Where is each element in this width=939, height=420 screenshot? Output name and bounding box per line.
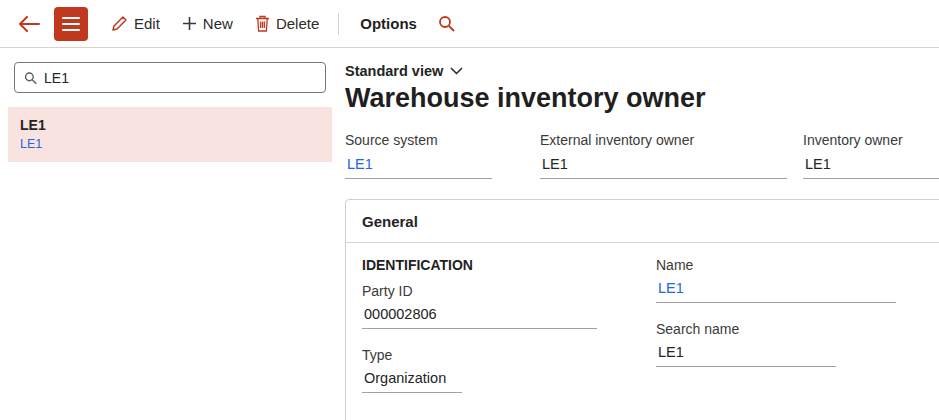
list-search-box [14,62,326,93]
field-value[interactable]: LE1 [345,155,492,179]
field-value[interactable]: 000002806 [362,305,597,329]
identification-column: IDENTIFICATION Party ID 000002806 Type O… [362,257,612,411]
field-label: Source system [345,132,492,148]
app-window: Edit New Delete Options [0,0,939,420]
plus-icon [182,16,197,31]
general-section-body: IDENTIFICATION Party ID 000002806 Type O… [346,243,939,420]
general-section: General IDENTIFICATION Party ID 00000280… [345,199,939,420]
edit-button[interactable]: Edit [100,9,171,38]
field-value[interactable]: LE1 [656,343,836,367]
back-button[interactable] [10,10,48,38]
field-value[interactable]: LE1 [540,155,787,179]
list-item-title: LE1 [20,117,320,133]
field-label: Party ID [362,283,612,299]
field-label: Type [362,347,612,363]
chevron-down-icon [450,67,463,75]
delete-button[interactable]: Delete [244,9,330,38]
arrow-left-icon [18,16,40,32]
hamburger-icon [62,17,80,19]
field-label: Search name [656,321,896,337]
delete-label: Delete [276,15,319,32]
field-value[interactable]: Organization [362,369,462,393]
record-list-panel: LE1 LE1 [8,55,332,420]
field-party-id: Party ID 000002806 [362,283,612,329]
toolbar-divider [338,13,339,35]
toolbar-search-button[interactable] [430,9,463,38]
edit-label: Edit [134,15,160,32]
command-bar: Edit New Delete Options [0,0,939,48]
search-icon [24,71,37,85]
new-label: New [203,15,233,32]
header-fields: Source system LE1 External inventory own… [345,132,939,179]
nav-menu-button[interactable] [54,7,88,41]
view-selector[interactable]: Standard view [345,63,463,79]
options-label: Options [360,15,417,32]
page-title: Warehouse inventory owner [345,83,939,114]
detail-pane: Standard view Warehouse inventory owner … [345,55,939,420]
name-column: Name LE1 Search name LE1 [656,257,896,411]
field-value[interactable]: LE1 [803,155,939,179]
search-input[interactable] [44,70,316,86]
options-button[interactable]: Options [347,9,430,38]
search-icon [438,15,455,32]
trash-icon [255,15,270,32]
view-selector-label: Standard view [345,63,443,79]
field-source-system: Source system LE1 [345,132,492,179]
field-inventory-owner: Inventory owner LE1 [803,132,939,179]
list-item[interactable]: LE1 LE1 [8,107,332,162]
group-title: IDENTIFICATION [362,257,612,273]
field-value[interactable]: LE1 [656,279,896,303]
general-section-header[interactable]: General [346,200,939,243]
field-label: Name [656,257,896,273]
list-item-subtitle: LE1 [20,137,320,151]
field-type: Type Organization [362,347,612,393]
field-label: External inventory owner [540,132,787,148]
new-button[interactable]: New [171,9,244,38]
field-external-inventory-owner: External inventory owner LE1 [540,132,787,179]
pencil-icon [111,15,128,32]
field-search-name: Search name LE1 [656,321,896,367]
field-label: Inventory owner [803,132,939,148]
field-name: Name LE1 [656,257,896,303]
